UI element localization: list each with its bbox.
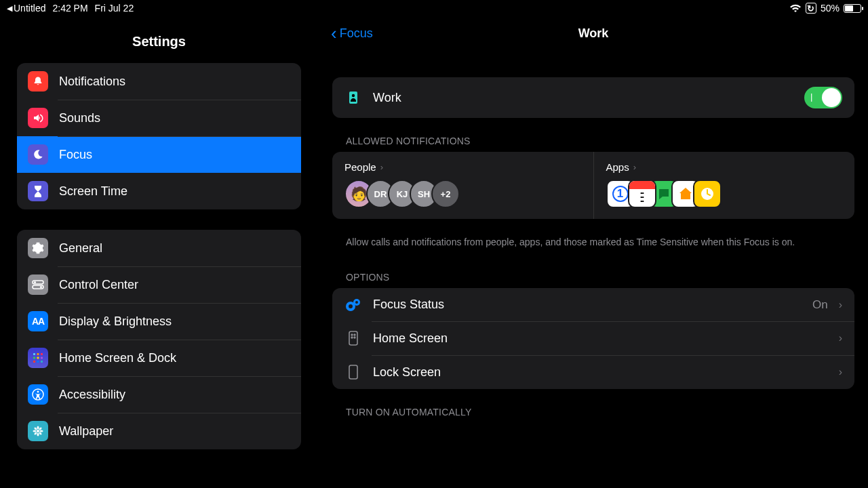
svg-rect-11 [37,361,39,363]
lock-screen-row[interactable]: Lock Screen › [332,355,854,389]
home-screen-row[interactable]: Home Screen › [332,321,854,355]
status-date: Fri Jul 22 [95,3,134,14]
chevron-right-icon: › [839,366,842,378]
svg-point-18 [33,430,36,432]
svg-point-3 [40,286,42,288]
focus-status-row[interactable]: Focus Status On › [332,288,854,321]
sidebar-item-accessibility[interactable]: Accessibility [17,376,301,413]
chevron-right-icon: › [380,162,383,172]
sidebar-item-homescreen[interactable]: Home Screen & Dock [17,340,301,376]
chevron-right-icon: › [839,332,842,344]
sidebar-label: Focus [59,148,92,162]
allowed-apps-button[interactable]: Apps › 1 ••••••••• [593,152,855,219]
svg-point-1 [34,281,36,283]
sidebar-label: Sounds [59,111,100,125]
sidebar-title: Settings [0,16,318,63]
sidebar-label: General [59,241,102,256]
sidebar-label: Control Center [59,278,138,292]
speaker-icon [28,108,48,128]
sidebar-item-screentime[interactable]: Screen Time [17,173,301,209]
rotation-lock-icon: ↻ [806,3,816,14]
svg-rect-5 [37,353,39,355]
app-icon [693,180,722,208]
sidebar-item-wallpaper[interactable]: Wallpaper [17,413,301,449]
svg-rect-10 [33,361,35,363]
svg-point-30 [355,301,358,304]
text-size-icon: AA [28,311,48,331]
svg-rect-36 [349,365,357,379]
accessibility-icon [28,384,48,405]
badge-icon [344,90,362,105]
chevron-left-icon: ‹ [331,24,337,42]
sidebar-item-controlcenter[interactable]: Control Center [17,266,301,303]
svg-rect-6 [41,353,43,355]
chevron-right-icon: › [633,162,636,172]
row-value: On [812,298,828,312]
row-label: Lock Screen [373,365,441,380]
svg-point-16 [37,426,39,429]
work-focus-toggle[interactable]: | [804,87,842,108]
phone-lock-icon [344,365,362,380]
hourglass-icon [28,181,48,201]
svg-point-33 [354,334,355,336]
svg-point-29 [349,304,353,308]
bell-icon [28,71,48,92]
auto-header: TURN ON AUTOMATICALLY [332,401,854,423]
svg-rect-8 [37,357,39,359]
svg-point-35 [354,337,355,338]
svg-point-14 [37,391,39,393]
settings-sidebar: Settings Notifications Sounds [0,16,319,488]
sidebar-item-sounds[interactable]: Sounds [17,100,301,136]
sidebar-label: Accessibility [59,388,125,402]
svg-rect-12 [41,361,43,363]
focus-status-icon [344,298,362,312]
sidebar-item-general[interactable]: General [17,230,301,266]
allowed-people-button[interactable]: People › 🧑 DR KJ SH +2 [332,152,593,219]
options-header: OPTIONS [332,266,854,288]
row-label: Home Screen [373,331,448,346]
row-label: Focus Status [373,298,444,312]
app-icon: ••••••••• [628,180,656,208]
detail-navbar: ‹ Focus Work [319,16,868,50]
allowed-notifications-header: ALLOWED NOTIFICATIONS [332,130,854,152]
svg-point-15 [37,430,39,432]
app-icons: 1 ••••••••• [606,180,843,208]
sidebar-item-focus[interactable]: Focus [17,136,301,173]
sidebar-item-display[interactable]: AA Display & Brightness [17,303,301,340]
app-grid-icon [28,348,48,368]
sidebar-label: Display & Brightness [59,314,172,329]
sidebar-item-notifications[interactable]: Notifications [17,63,301,100]
svg-point-25 [352,94,355,97]
work-focus-row: Work | [332,77,854,118]
svg-rect-7 [33,357,35,359]
svg-rect-31 [349,331,357,345]
chevron-right-icon: › [839,299,842,311]
gear-icon [28,238,48,258]
flower-icon [28,421,48,441]
sidebar-label: Wallpaper [59,424,113,439]
apps-label: Apps [606,161,629,173]
svg-point-34 [351,337,353,338]
moon-icon [28,144,48,165]
svg-rect-4 [33,353,35,355]
battery-icon [844,4,861,13]
phone-home-icon [344,331,362,346]
svg-point-17 [37,432,39,436]
row-label: Work [373,91,401,105]
back-button[interactable]: ‹ Focus [331,24,373,42]
svg-point-32 [351,334,353,336]
svg-rect-9 [41,357,43,359]
status-time: 2:42 PM [52,3,87,14]
sidebar-label: Notifications [59,75,125,89]
sidebar-label: Screen Time [59,184,127,199]
people-avatars: 🧑 DR KJ SH +2 [344,180,581,208]
return-to-app[interactable]: ◀ Untitled [7,3,45,14]
svg-point-19 [39,430,43,432]
status-bar: ◀ Untitled 2:42 PM Fri Jul 22 ↻ 50% [0,0,868,16]
people-label: People [344,161,376,173]
avatar-more: +2 [431,180,460,208]
page-title: Work [319,26,868,41]
wifi-icon [789,4,802,13]
toggles-icon [28,274,48,295]
allowed-helper-text: Allow calls and notifications from peopl… [332,231,854,266]
